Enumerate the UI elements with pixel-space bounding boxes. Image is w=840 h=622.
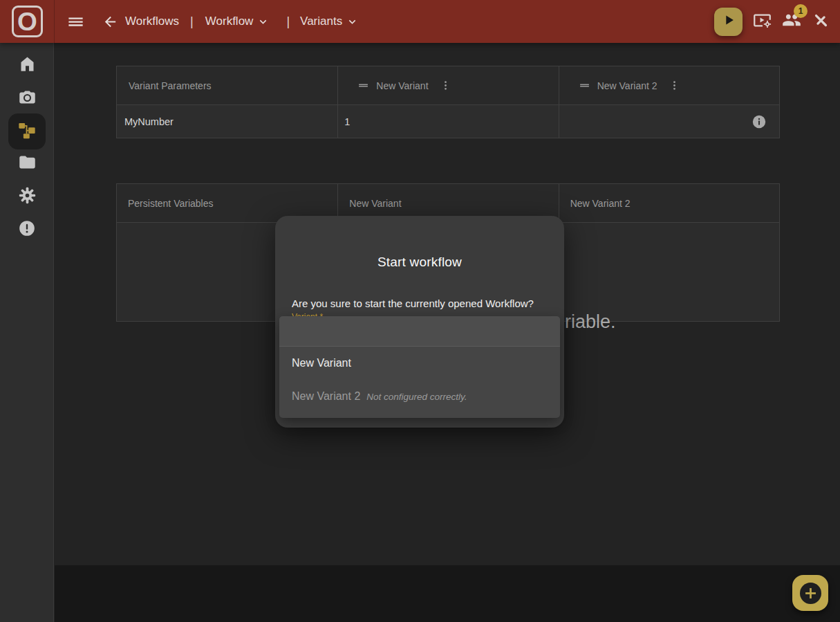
drag-handle-icon[interactable] bbox=[357, 80, 369, 91]
table-title: Persistent Variables bbox=[128, 198, 213, 209]
camera-icon bbox=[18, 88, 37, 109]
sidebar-item-files[interactable] bbox=[8, 147, 46, 180]
option-new-variant-2: New Variant 2 Not configured correctly. bbox=[279, 380, 560, 413]
info-icon[interactable] bbox=[752, 114, 767, 129]
menu-icon bbox=[66, 12, 85, 31]
bottom-panel bbox=[55, 565, 840, 622]
breadcrumb-workflows[interactable]: Workflows bbox=[125, 15, 179, 28]
sidebar bbox=[0, 43, 54, 622]
column-header-label: New Variant bbox=[376, 80, 428, 91]
clipped-message-fragment: riable. bbox=[565, 311, 616, 333]
table-row: MyNumber 1 bbox=[117, 104, 779, 138]
error-icon bbox=[18, 219, 36, 240]
notification-badge: 1 bbox=[794, 4, 808, 18]
column-header-label: New Variant 2 bbox=[570, 198, 631, 209]
parameter-value-cell-new-variant-2[interactable] bbox=[559, 105, 779, 138]
breadcrumb-separator: | bbox=[190, 15, 194, 29]
column-header-label: New Variant 2 bbox=[597, 80, 657, 91]
breadcrumb-separator-2: | bbox=[286, 15, 290, 29]
sidebar-item-workflows[interactable] bbox=[8, 113, 46, 149]
column-header-new-variant-2: New Variant 2 bbox=[559, 66, 779, 104]
breadcrumb-workflow[interactable]: Workflow bbox=[205, 15, 254, 28]
dialog-question: Are you sure to start the currently open… bbox=[292, 298, 552, 309]
option-note: Not configured correctly. bbox=[366, 392, 467, 402]
variant-parameters-table: Variant Parameters New Variant New Varia… bbox=[116, 66, 780, 138]
app-logo: O bbox=[12, 6, 43, 37]
users-button[interactable]: 1 bbox=[782, 10, 801, 33]
folder-icon bbox=[18, 153, 37, 174]
chevron-down-icon[interactable] bbox=[256, 15, 270, 28]
start-workflow-dialog: Start workflow Are you sure to start the… bbox=[275, 216, 564, 428]
parameter-name: MyNumber bbox=[124, 116, 174, 127]
column-header-label: New Variant bbox=[349, 198, 401, 209]
variant-select-value-area[interactable] bbox=[279, 316, 560, 347]
video-settings-icon bbox=[753, 11, 772, 33]
home-icon bbox=[18, 55, 37, 76]
drag-handle-icon[interactable] bbox=[579, 80, 590, 91]
sidebar-item-settings[interactable] bbox=[8, 180, 46, 213]
option-label: New Variant 2 bbox=[292, 390, 360, 403]
dialog-title: Start workflow bbox=[275, 255, 564, 270]
top-app-bar: O Workflows | Workflow | Variants bbox=[0, 0, 840, 43]
option-new-variant[interactable]: New Variant bbox=[279, 347, 560, 380]
kebab-menu-icon[interactable] bbox=[669, 80, 680, 91]
app-screen: O Workflows | Workflow | Variants bbox=[0, 0, 840, 622]
arrow-back-icon bbox=[102, 14, 118, 30]
column-header-new-variant-2: New Variant 2 bbox=[559, 184, 779, 222]
menu-button[interactable] bbox=[66, 12, 85, 31]
sidebar-item-camera[interactable] bbox=[8, 82, 46, 115]
kebab-menu-icon[interactable] bbox=[440, 80, 451, 91]
parameter-name-cell: MyNumber bbox=[117, 105, 337, 138]
topbar-actions: 1 bbox=[714, 0, 830, 43]
variant-parameters-header-row: Variant Parameters New Variant New Varia… bbox=[117, 66, 779, 104]
option-label: New Variant bbox=[292, 357, 351, 369]
start-workflow-button[interactable] bbox=[714, 8, 743, 36]
topbar-logo-divider bbox=[54, 0, 55, 43]
variant-select-menu: New Variant New Variant 2 Not configured… bbox=[279, 316, 560, 418]
back-button[interactable] bbox=[102, 14, 118, 30]
breadcrumb: Workflows | Workflow | Variants bbox=[66, 0, 359, 43]
chevron-down-icon-2[interactable] bbox=[346, 15, 359, 28]
workflow-tree-icon bbox=[17, 120, 37, 143]
parameter-value: 1 bbox=[344, 116, 350, 127]
table-title: Variant Parameters bbox=[129, 80, 212, 91]
plus-icon bbox=[800, 583, 821, 604]
gear-icon bbox=[18, 186, 37, 208]
add-button[interactable] bbox=[792, 575, 828, 611]
table-title-cell: Variant Parameters bbox=[117, 66, 337, 104]
play-icon bbox=[721, 12, 736, 30]
crossed-tools-icon bbox=[812, 11, 830, 33]
app-logo-letter: O bbox=[17, 9, 37, 35]
sidebar-item-errors[interactable] bbox=[8, 213, 46, 246]
column-header-new-variant: New Variant bbox=[337, 66, 558, 104]
sidebar-item-home[interactable] bbox=[8, 48, 46, 82]
parameter-value-cell-new-variant[interactable]: 1 bbox=[337, 105, 558, 138]
video-settings-button[interactable] bbox=[753, 11, 772, 33]
breadcrumb-variants[interactable]: Variants bbox=[300, 15, 342, 28]
tools-button[interactable] bbox=[812, 11, 830, 33]
